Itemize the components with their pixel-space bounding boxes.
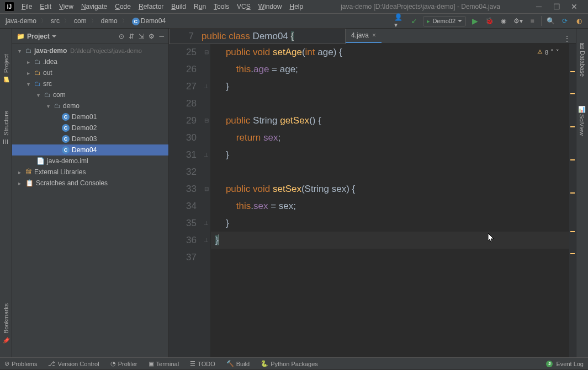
build-tab[interactable]: 🔨Build [226, 360, 250, 367]
settings-icon[interactable]: ⚙ [149, 33, 155, 40]
tree-row-idea[interactable]: ▸🗀 .idea [12, 56, 168, 67]
folder-icon: 🗀 [25, 47, 32, 55]
tab-label: 4.java [351, 31, 369, 39]
menu-navigate[interactable]: Navigate [78, 2, 110, 12]
menu-view[interactable]: View [56, 2, 76, 12]
sciview-tool-tab[interactable]: 📊 SciView [578, 102, 587, 139]
version-control-tab[interactable]: ⎇Version Control [48, 360, 99, 367]
folder-icon: 🗀 [34, 69, 41, 77]
tree-row-external-libraries[interactable]: ▸🏛 External Libraries [12, 167, 168, 178]
stop-button[interactable]: ■ [527, 15, 538, 26]
user-icon[interactable]: 👤▾ [394, 15, 405, 26]
sync-icon[interactable]: ⟳ [559, 15, 570, 26]
chevron-down-icon [458, 20, 462, 22]
editor-tab[interactable]: 4.java × [346, 29, 382, 43]
bookmarks-tool-tab[interactable]: 🔖Bookmarks [1, 300, 10, 346]
folder-icon: 🗀 [54, 102, 61, 110]
tree-row-src[interactable]: ▾🗀 src [12, 78, 168, 89]
editor: 4.java × ⋮ ⚠ 8 ˄ ˅ 252627 282930 313233 … [169, 29, 576, 357]
project-tool-tab[interactable]: 📁Project [1, 51, 10, 85]
menu-window[interactable]: Window [256, 2, 285, 12]
error-stripe[interactable] [569, 44, 576, 357]
menu-build[interactable]: Build [168, 2, 189, 12]
search-everywhere-icon[interactable]: 🔍 [545, 15, 556, 26]
warning-count: 8 [545, 49, 548, 56]
tree-row-demo02[interactable]: C Demo02 [12, 122, 168, 133]
chevron-right-icon: 〉 [64, 17, 70, 25]
class-icon: C [62, 135, 70, 143]
right-tool-stripe: 🗄 Database 📊 SciView [576, 29, 588, 357]
window-title: java-demo [D:\IdeaProjects\java-demo] - … [306, 3, 535, 10]
crumb-project[interactable]: java-demo [3, 16, 39, 26]
menubar: File Edit View Navigate Code Refactor Bu… [19, 2, 306, 12]
sticky-class-header: 7 public class Demo04 { [169, 29, 346, 44]
close-button[interactable]: ✕ [570, 3, 578, 10]
coverage-button[interactable]: ◉ [498, 15, 509, 26]
menu-refactor[interactable]: Refactor [136, 2, 166, 12]
terminal-tab[interactable]: ▣Terminal [149, 360, 179, 367]
event-log-tab[interactable]: Event Log [556, 361, 584, 367]
menu-tools[interactable]: Tools [211, 2, 232, 12]
crumb-demo[interactable]: demo [99, 16, 120, 26]
menu-vcs[interactable]: VCS [234, 2, 253, 12]
run-button[interactable]: ▶ [469, 15, 480, 26]
close-tab-icon[interactable]: × [372, 31, 376, 39]
python-packages-tab[interactable]: 🐍Python Packages [261, 360, 318, 367]
expand-all-icon[interactable]: ⇵ [129, 33, 134, 40]
tree-row-com[interactable]: ▾🗀 com [12, 89, 168, 100]
tree-row-out[interactable]: ▸🗀 out [12, 67, 168, 78]
tree-row-demo04[interactable]: C Demo04 [12, 144, 168, 155]
run-configuration-selector[interactable]: ▸ Demo02 [423, 16, 466, 26]
profile-button[interactable]: ⚙▾ [512, 15, 523, 26]
todo-tab[interactable]: ☰TODO [190, 360, 215, 367]
project-tree[interactable]: ▾🗀 java-demo D:\IdeaProjects\java-demo ▸… [12, 44, 168, 357]
problems-tab[interactable]: ⊘Problems [4, 360, 37, 367]
maximize-button[interactable]: ☐ [553, 3, 560, 10]
class-icon: C [62, 124, 70, 132]
chevron-down-icon [52, 35, 56, 37]
ide-settings-icon[interactable]: ◐ [574, 15, 585, 26]
crumb-src[interactable]: src [49, 16, 62, 26]
todo-icon: ☰ [190, 360, 195, 367]
tree-row-demo[interactable]: ▾🗀 demo [12, 100, 168, 111]
tree-row-scratches[interactable]: ▸📋 Scratches and Consoles [12, 178, 168, 189]
vcs-update-icon[interactable]: ↙ [409, 15, 420, 26]
menu-run[interactable]: Run [191, 2, 209, 12]
folder-icon: 🗀 [44, 91, 51, 99]
tree-row-demo01[interactable]: C Demo01 [12, 111, 168, 122]
hide-icon[interactable]: ─ [159, 33, 164, 40]
profiler-tab[interactable]: ◔Profiler [110, 360, 137, 367]
ide-logo: IJ [4, 2, 14, 12]
menu-edit[interactable]: Edit [37, 2, 54, 12]
crumb-com[interactable]: com [72, 16, 89, 26]
line-number-gutter[interactable]: 252627 282930 313233 343536 37 [169, 44, 202, 357]
fold-gutter[interactable]: ⊟⊥ ⊟ ⊥⊟ ⊥⊥ [202, 44, 211, 357]
library-icon: 🏛 [25, 168, 32, 176]
tree-row-iml[interactable]: 📄 java-demo.iml [12, 155, 168, 167]
project-view-selector[interactable]: 📁 Project [17, 33, 115, 40]
class-icon: C [62, 146, 70, 154]
crumb-class-label: Demo04 [141, 17, 166, 25]
debug-button[interactable]: 🐞 [484, 15, 495, 26]
tree-row-project[interactable]: ▾🗀 java-demo D:\IdeaProjects\java-demo [12, 45, 168, 56]
menu-file[interactable]: File [19, 2, 35, 12]
code-area[interactable]: 252627 282930 313233 343536 37 ⊟⊥ ⊟ ⊥⊟ ⊥… [169, 44, 576, 357]
minimize-button[interactable]: ─ [535, 3, 543, 10]
select-opened-icon[interactable]: ⊙ [119, 33, 124, 40]
menu-help[interactable]: Help [287, 2, 306, 12]
project-name: java-demo [34, 47, 67, 55]
event-badge-icon: 2 [546, 361, 553, 367]
prev-highlight-icon[interactable]: ˄ [550, 49, 554, 56]
menu-code[interactable]: Code [112, 2, 134, 12]
project-tool-header: 📁 Project ⊙ ⇵ ⇲ ⚙ ─ [12, 29, 168, 44]
tab-more-icon[interactable]: ⋮ [563, 34, 571, 43]
tree-row-demo03[interactable]: C Demo03 [12, 133, 168, 144]
code-content[interactable]: public void setAge(int age) { this.age =… [211, 44, 569, 357]
collapse-all-icon[interactable]: ⇲ [139, 33, 144, 40]
crumb-class[interactable]: CDemo04 [130, 16, 168, 26]
structure-tool-tab[interactable]: ☰Structure [1, 108, 10, 148]
vcs-icon: ⎇ [48, 360, 55, 367]
next-highlight-icon[interactable]: ˅ [556, 49, 559, 56]
database-tool-tab[interactable]: 🗄 Database [578, 40, 587, 80]
inspection-widget[interactable]: ⚠ 8 ˄ ˅ [537, 49, 559, 56]
